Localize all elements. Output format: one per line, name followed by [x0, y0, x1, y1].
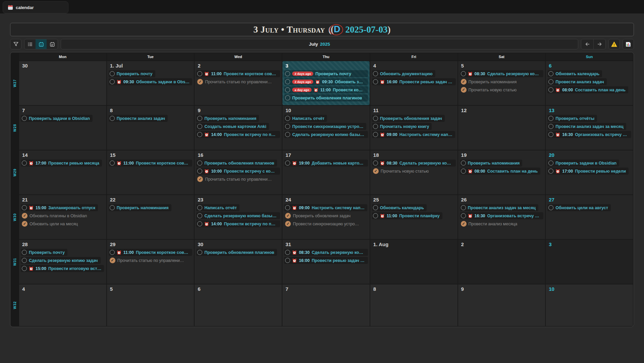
task-checkbox[interactable]	[285, 95, 290, 100]
task-checkbox[interactable]	[285, 258, 290, 263]
day-cell[interactable]: 2409:00Настроить систему нап…✓Проверить …	[282, 195, 370, 239]
day-cell[interactable]: 7	[282, 284, 370, 326]
day-cell[interactable]: 2911:00Провести короткое сове…✓Прочитать…	[107, 240, 194, 284]
task-item[interactable]: ✓Обновить плагины в Obsidian	[21, 212, 90, 219]
daily-note-icon[interactable]: (D	[329, 24, 343, 35]
day-cell[interactable]: 4Обновить документацию16:00Провести ревь…	[370, 61, 458, 105]
task-checkbox[interactable]	[461, 213, 466, 218]
task-checkbox[interactable]	[461, 169, 466, 174]
day-cell[interactable]: 16Проверить обновления плагинов10:00Пров…	[195, 150, 282, 194]
prev-month-button[interactable]	[581, 39, 593, 49]
task-item[interactable]: Проверить почту	[21, 249, 67, 256]
task-item[interactable]: 09:00Настроить систему нап…	[372, 131, 455, 138]
task-item[interactable]: Обновить календарь	[547, 70, 602, 77]
task-item[interactable]: Обновить документацию	[372, 70, 435, 77]
task-item[interactable]: 09:00Настроить систему нап…	[284, 204, 367, 211]
filter-button[interactable]	[10, 39, 21, 49]
task-checkbox[interactable]: ✓	[285, 213, 291, 219]
day-cell[interactable]: 32 days agoПроверить почту2 days ago09:3…	[282, 61, 370, 105]
task-item[interactable]: Проверить задачи в Obsidian	[21, 115, 93, 122]
day-cell[interactable]: 7Проверить задачи в Obsidian	[19, 106, 106, 150]
day-cell[interactable]: 27Обновить цели на август	[546, 195, 633, 239]
task-item[interactable]: 11:00Провести планёрку	[372, 212, 442, 219]
day-cell[interactable]: 5	[107, 284, 194, 326]
task-checkbox[interactable]	[285, 132, 290, 137]
task-checkbox[interactable]	[548, 161, 553, 166]
task-checkbox[interactable]	[548, 169, 553, 174]
view-month-button[interactable]	[36, 39, 47, 49]
task-checkbox[interactable]	[197, 116, 202, 121]
task-item[interactable]: ✓Проверить обновления задач	[284, 212, 353, 219]
task-item[interactable]: Проверить напоминания	[109, 204, 171, 211]
task-item[interactable]: Сделать резервную копию задач	[21, 257, 101, 264]
task-item[interactable]: Сделать резервную копию базы …	[284, 131, 368, 138]
task-checkbox[interactable]	[110, 116, 115, 121]
day-cell[interactable]: 1719:00Добавить новые карточ…	[282, 150, 370, 194]
task-item[interactable]: 15:00Запланировать отпуск	[21, 204, 98, 211]
task-checkbox[interactable]	[22, 161, 27, 166]
task-item[interactable]: Провести анализ задач за месяц	[547, 123, 626, 130]
task-item[interactable]: 11:00Провести короткое сове…	[109, 249, 193, 256]
day-cell[interactable]: 1511:00Провести короткое сове…	[107, 150, 194, 194]
task-checkbox[interactable]	[373, 71, 378, 76]
task-checkbox[interactable]	[548, 116, 553, 121]
task-checkbox[interactable]	[373, 116, 378, 121]
task-checkbox[interactable]	[285, 71, 290, 76]
task-item[interactable]: 16:30Организовать встречу с…	[547, 131, 631, 138]
task-item[interactable]: ✓Провести синхронизацию устро…	[284, 220, 362, 227]
task-checkbox[interactable]	[373, 213, 378, 218]
day-cell[interactable]: 3	[546, 240, 633, 284]
task-checkbox[interactable]	[461, 161, 466, 166]
task-checkbox[interactable]	[197, 161, 202, 166]
task-item[interactable]: 09:30Обновить задачи в Obsi…	[109, 78, 193, 85]
task-item[interactable]: 08:30Сделать резервную коп…	[372, 160, 456, 167]
task-item[interactable]: ✓Провести анализ месяца	[460, 220, 520, 227]
task-item[interactable]: 17:00Провести ревью недели	[547, 168, 629, 175]
task-checkbox[interactable]	[22, 116, 27, 121]
task-item[interactable]: 11:00Провести короткое сове…	[109, 160, 193, 167]
day-cell[interactable]: 11Проверить обновления задачПрочитать но…	[370, 106, 458, 150]
task-checkbox[interactable]	[285, 250, 290, 255]
task-item[interactable]: ✓Прочитать статью по управлени…	[196, 78, 274, 85]
day-cell[interactable]: 10Написать отчётПровести синхронизацию у…	[282, 106, 370, 150]
task-item[interactable]: Проверить обновления плагинов	[284, 94, 368, 101]
task-checkbox[interactable]	[373, 79, 378, 84]
task-checkbox[interactable]: ✓	[110, 258, 115, 263]
task-checkbox[interactable]: ✓	[285, 221, 291, 227]
task-item[interactable]: ✓Проверить напоминания	[460, 78, 520, 85]
task-checkbox[interactable]	[197, 213, 202, 218]
task-checkbox[interactable]: ✓	[197, 176, 203, 182]
day-cell[interactable]: 1. JulПроверить почту09:30Обновить задач…	[107, 61, 194, 105]
day-cell[interactable]: 508:30Сделать резервную коп…✓Проверить н…	[458, 61, 545, 105]
view-list-button[interactable]	[24, 39, 36, 49]
task-item[interactable]: 14:00Провести встречу по пр…	[196, 220, 280, 227]
day-cell[interactable]: 6	[195, 284, 282, 326]
warning-button[interactable]	[608, 39, 620, 49]
day-cell[interactable]: 10	[546, 284, 633, 326]
day-cell[interactable]: 3108:30Сделать резервную коп…16:00Провес…	[282, 240, 370, 284]
task-item[interactable]: Проверить обновления задач	[372, 115, 445, 122]
task-item[interactable]: 08:00Составить план на день	[460, 168, 541, 175]
task-item[interactable]: Проверить обновления плагинов	[196, 160, 277, 167]
task-checkbox[interactable]	[285, 124, 290, 129]
task-item[interactable]: Создать новые карточки Anki	[196, 123, 269, 130]
task-item[interactable]: ✓Прочитать новую статью	[372, 168, 432, 175]
day-cell[interactable]: 13Проверить отчётыПровести анализ задач …	[546, 106, 633, 150]
day-cell[interactable]: 25Обновить календарь11:00Провести планёр…	[370, 195, 458, 239]
task-item[interactable]: Написать отчёт	[196, 204, 239, 211]
task-checkbox[interactable]	[197, 250, 202, 255]
task-item[interactable]: 08:30Сделать резервную коп…	[460, 70, 544, 77]
day-cell[interactable]: 2115:00Запланировать отпуск✓Обновить пла…	[19, 195, 106, 239]
day-cell[interactable]: 26Провести анализ задач за месяц16:30Орг…	[458, 195, 545, 239]
task-item[interactable]: ✓Прочитать статью по управлени…	[109, 257, 187, 264]
task-checkbox[interactable]	[285, 205, 290, 210]
task-checkbox[interactable]	[22, 258, 27, 263]
task-checkbox[interactable]	[110, 205, 115, 210]
task-checkbox[interactable]	[22, 250, 27, 255]
task-item[interactable]: 16:30Организовать встречу с…	[460, 212, 544, 219]
task-checkbox[interactable]	[285, 79, 290, 84]
task-item[interactable]: 11:00Провести короткое сове…	[196, 70, 280, 77]
task-item[interactable]: Проверить напоминания	[460, 160, 523, 167]
task-checkbox[interactable]	[461, 205, 466, 210]
task-item[interactable]: 08:00Составить план на день	[547, 86, 628, 93]
